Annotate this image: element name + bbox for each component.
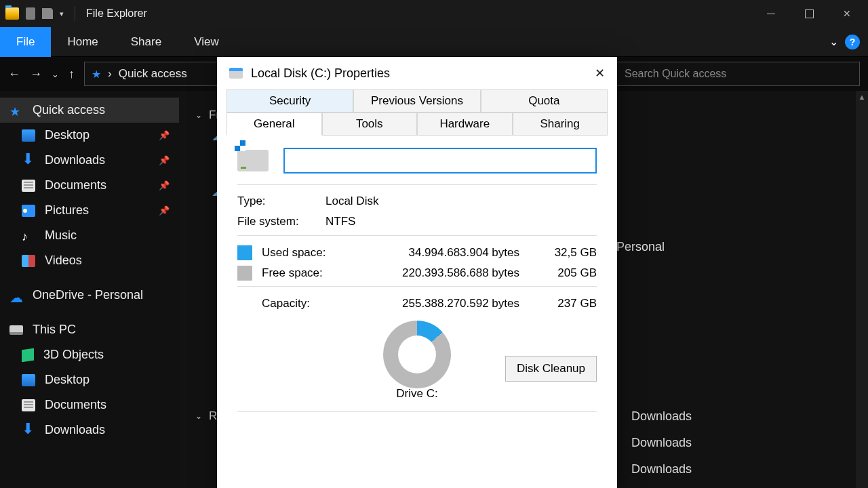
minimize-button[interactable]: [755, 0, 787, 27]
sidebar-item-label: 3D Objects: [43, 348, 104, 362]
used-label: Used space:: [262, 246, 336, 260]
tab-home[interactable]: Home: [51, 27, 114, 57]
address-location: Quick access: [119, 67, 187, 81]
recent-links: Downloads Downloads Downloads: [631, 409, 692, 476]
back-button[interactable]: ←: [8, 67, 20, 81]
sidebar-item-documents[interactable]: Documents📌: [0, 173, 179, 198]
separator: [75, 6, 75, 21]
tab-security[interactable]: Security: [226, 89, 353, 113]
document-icon: [22, 180, 35, 192]
sidebar-item-3d[interactable]: 3D Objects: [0, 342, 179, 367]
scroll-up-icon[interactable]: ▲: [856, 91, 868, 103]
breadcrumb-sep-icon: ›: [108, 67, 112, 81]
sidebar-item-videos[interactable]: Videos: [0, 248, 179, 273]
fs-value: NTFS: [326, 215, 355, 228]
tab-share[interactable]: Share: [115, 27, 178, 57]
sidebar-item-label: Documents: [45, 398, 106, 412]
sidebar-item-label: Desktop: [45, 373, 90, 387]
sidebar-item-label: Videos: [45, 253, 82, 268]
ribbon: File Home Share View ⌄ ?: [0, 27, 868, 57]
quick-access-star-icon: ★: [92, 68, 101, 81]
pin-icon[interactable]: 📌: [159, 180, 170, 190]
pin-icon[interactable]: 📌: [159, 130, 170, 140]
sidebar-item-label: Downloads: [45, 153, 105, 167]
pin-icon[interactable]: 📌: [159, 155, 170, 165]
forward-button[interactable]: →: [30, 67, 42, 81]
quick-save-icon[interactable]: [42, 8, 53, 19]
tab-strip: Security Previous Versions Quota General…: [217, 89, 617, 136]
ribbon-collapse-icon[interactable]: ⌄: [829, 35, 838, 48]
tab-tools[interactable]: Tools: [322, 113, 418, 136]
sidebar-item-downloads2[interactable]: ⬇Downloads: [0, 418, 179, 443]
sidebar-item-downloads[interactable]: ⬇Downloads📌: [0, 148, 179, 173]
music-icon: ♪: [22, 230, 35, 242]
usage-donut-chart: [383, 321, 451, 388]
app-folder-icon: [5, 7, 19, 20]
dialog-body: Type:Local Disk File system:NTFS Used sp…: [217, 136, 617, 434]
tab-previous-versions[interactable]: Previous Versions: [353, 89, 480, 113]
quick-access-dropdown-icon[interactable]: ▾: [60, 9, 64, 18]
sidebar-item-music[interactable]: ♪Music: [0, 223, 179, 248]
recent-item[interactable]: Downloads: [631, 409, 692, 424]
tab-sharing[interactable]: Sharing: [513, 113, 608, 136]
fs-label: File system:: [237, 215, 312, 228]
file-menu[interactable]: File: [0, 27, 51, 57]
dialog-close-button[interactable]: ✕: [595, 66, 605, 81]
window-titlebar: ▾ File Explorer: [0, 0, 868, 27]
tab-general[interactable]: General: [226, 113, 322, 136]
download-icon: ⬇: [22, 155, 35, 167]
free-space-row: Free space: 220.393.586.688 bytes 205 GB: [237, 266, 597, 281]
window-title: File Explorer: [86, 7, 147, 20]
capacity-gb: 237 GB: [542, 297, 597, 310]
sidebar-label: OneDrive - Personal: [33, 288, 143, 302]
sidebar-onedrive[interactable]: ☁OneDrive - Personal: [0, 283, 179, 308]
free-swatch-icon: [237, 266, 252, 281]
type-label: Type:: [237, 195, 312, 208]
sidebar-item-desktop2[interactable]: Desktop: [0, 367, 179, 392]
desktop-icon: [22, 374, 35, 386]
cloud-icon: ☁: [9, 289, 23, 302]
scrollbar[interactable]: ▲: [856, 91, 868, 488]
sidebar-item-label: Desktop: [45, 128, 90, 142]
sidebar-label: Quick access: [33, 103, 105, 117]
sidebar-item-pictures[interactable]: Pictures📌: [0, 198, 179, 223]
tab-hardware[interactable]: Hardware: [417, 113, 513, 136]
history-dropdown-icon[interactable]: ⌄: [52, 69, 59, 79]
picture-icon: [22, 205, 35, 217]
dialog-title: Local Disk (C:) Properties: [251, 66, 390, 81]
tab-quota[interactable]: Quota: [481, 89, 608, 113]
recent-item[interactable]: Downloads: [631, 462, 692, 476]
drive-name-input[interactable]: [283, 148, 597, 174]
recent-item[interactable]: Downloads: [631, 436, 692, 450]
sidebar-this-pc[interactable]: This PC: [0, 317, 179, 342]
document-icon: [22, 399, 35, 411]
quick-disk-icon[interactable]: [26, 7, 35, 20]
sidebar-item-documents2[interactable]: Documents: [0, 392, 179, 418]
capacity-label: Capacity:: [262, 297, 336, 310]
capacity-row: Capacity: 255.388.270.592 bytes 237 GB: [237, 296, 597, 311]
disk-cleanup-button[interactable]: Disk Cleanup: [505, 356, 597, 382]
spacer: [237, 296, 252, 311]
sidebar-item-label: Music: [45, 228, 77, 243]
star-icon: ★: [9, 104, 23, 117]
search-placeholder: Search Quick access: [625, 68, 726, 80]
close-button[interactable]: [831, 0, 863, 27]
used-gb: 32,5 GB: [542, 246, 597, 260]
help-icon[interactable]: ?: [845, 35, 860, 49]
chevron-down-icon: ⌄: [195, 110, 202, 120]
navigation-pane: ★ Quick access Desktop📌 ⬇Downloads📌 Docu…: [0, 91, 179, 488]
desktop-icon: [22, 129, 35, 142]
sidebar-item-label: Pictures: [45, 203, 89, 218]
up-button[interactable]: ↑: [68, 67, 75, 81]
capacity-bytes: 255.388.270.592 bytes: [346, 297, 533, 310]
search-input[interactable]: Search Quick access: [616, 62, 860, 86]
sidebar-quick-access[interactable]: ★ Quick access: [0, 98, 179, 123]
free-label: Free space:: [262, 266, 336, 280]
sidebar-item-desktop[interactable]: Desktop📌: [0, 123, 179, 148]
pin-icon[interactable]: 📌: [159, 205, 170, 216]
sidebar-item-label: Downloads: [45, 423, 105, 437]
dialog-titlebar: Local Disk (C:) Properties ✕: [217, 57, 617, 89]
type-value: Local Disk: [326, 195, 378, 208]
maximize-button[interactable]: [793, 0, 825, 27]
tab-view[interactable]: View: [178, 27, 235, 57]
